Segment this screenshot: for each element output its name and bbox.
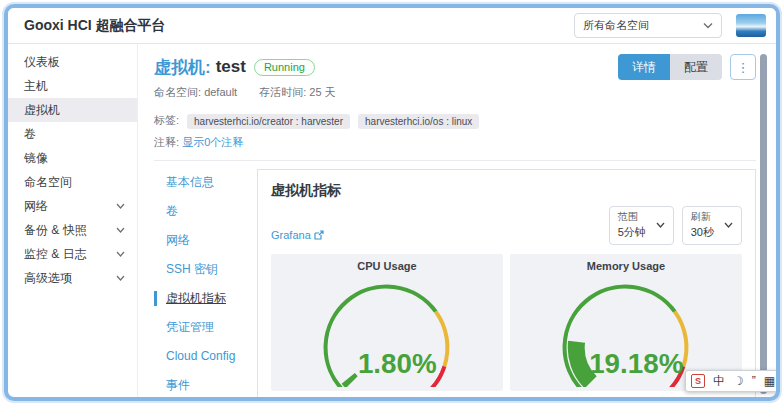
action-buttons: 详情 配置 ⋮ [618,54,756,80]
sidebar-item-label: 网络 [24,198,116,215]
vm-tabs: 基本信息卷网络SSH 密钥虚拟机指标凭证管理Cloud Config事件迁移 [154,169,247,401]
tab-Cloud Config[interactable]: Cloud Config [154,349,247,364]
namespace-filter-value: 所有命名空间 [583,18,703,33]
range-label: 范围 [618,210,646,224]
user-avatar[interactable] [736,14,766,37]
chevron-down-icon [656,222,665,228]
sidebar-item-label: 备份 & 快照 [24,222,116,239]
tab-虚拟机指标[interactable]: 虚拟机指标 [154,291,247,306]
tab-卷[interactable]: 卷 [154,204,247,219]
metrics-controls: Grafana 范围 5分钟 [271,206,742,245]
vm-meta-row: 命名空间: default 存活时间: 25 天 [154,85,756,100]
vm-name: test [216,57,246,77]
range-select[interactable]: 范围 5分钟 [609,206,674,245]
sidebar-item[interactable]: 监控 & 日志 [8,242,137,266]
sidebar-item[interactable]: 仪表板 [8,50,137,74]
sidebar-item[interactable]: 镜像 [8,146,137,170]
sidebar-item[interactable]: 主机 [8,74,137,98]
gauge-chart: 1.80% [279,274,494,387]
svg-text:1.80%: 1.80% [358,348,437,379]
sidebar-item-label: 高级选项 [24,270,116,287]
gauge-title: CPU Usage [275,259,499,274]
grafana-link[interactable]: Grafana [271,229,324,241]
refresh-select[interactable]: 刷新 30秒 [682,206,742,245]
sidebar-item-label: 命名空间 [24,174,125,191]
sidebar-item[interactable]: 命名空间 [8,170,137,194]
ime-logo-icon[interactable]: S [691,374,705,388]
metrics-panel: 虚拟机指标 Grafana 范围 5分钟 [257,169,756,401]
vertical-scrollbar[interactable] [760,54,767,394]
tab-事件[interactable]: 事件 [154,378,247,393]
sidebar-item[interactable]: 备份 & 快照 [8,218,137,242]
labels-row: 标签: harvesterhci.io/creator : harvesterh… [154,113,756,128]
chevron-down-icon [724,222,733,228]
sidebar-item-label: 监控 & 日志 [24,246,116,263]
sidebar-menu: 仪表板主机虚拟机卷镜像命名空间网络备份 & 快照监控 & 日志高级选项 [8,44,138,397]
app-title: Gooxi HCI 超融合平台 [24,17,574,35]
resource-type-label: 虚拟机: [154,56,211,79]
vm-detail-header: 虚拟机: test Running 详情 配置 ⋮ [154,54,756,80]
ime-keyboard-icon[interactable]: ▦ [764,374,775,388]
age-value: 25 天 [309,86,335,98]
age-label: 存活时间: [259,86,306,98]
label-pill: harvesterhci.io/os : linux [358,114,479,129]
sidebar-item-label: 主机 [24,78,125,95]
body-row: 仪表板主机虚拟机卷镜像命名空间网络备份 & 快照监控 & 日志高级选项 虚拟机:… [8,44,776,397]
label-pills: harvesterhci.io/creator : harvesterharve… [179,115,479,127]
sidebar-item-label: 卷 [24,126,125,143]
external-link-icon [314,230,324,240]
annotations-row: 注释: 显示0个注释 [154,135,756,150]
timeseries-panel: IO Traffic5 kB/s4 kB/s3 kB/s [271,398,423,401]
ime-punctuation-icon[interactable]: ” [752,374,756,388]
sidebar-item[interactable]: 网络 [8,194,137,218]
grafana-link-label: Grafana [271,229,311,241]
content-row: 基本信息卷网络SSH 密钥虚拟机指标凭证管理Cloud Config事件迁移 虚… [154,169,756,401]
chevron-down-icon [703,22,713,29]
chevron-down-icon [116,275,125,281]
sidebar-item-label: 虚拟机 [24,102,125,119]
svg-text:19.18%: 19.18% [590,348,684,379]
charts-grid: CPU Usage1.80%Memory Usage19.18%IO Traff… [271,254,742,401]
tab-SSH 密钥[interactable]: SSH 密钥 [154,262,247,277]
annotations-label: 注释: [154,136,179,148]
kebab-menu-icon: ⋮ [737,60,750,75]
sidebar-item-label: 仪表板 [24,54,125,71]
gauge-title: Memory Usage [514,259,738,274]
chevron-down-icon [116,227,125,233]
ime-language-mode[interactable]: 中 [713,374,725,388]
label-pill: harvesterhci.io/creator : harvester [187,114,350,129]
config-button[interactable]: 配置 [670,54,722,80]
labels-label: 标签: [154,113,179,128]
gauge-panel: CPU Usage1.80% [271,254,503,391]
timeseries-panel: IO Time2 ms1.50 ms1 ms [430,398,582,401]
more-actions-button[interactable]: ⋮ [730,54,756,80]
sidebar-item-label: 镜像 [24,150,125,167]
status-badge: Running [254,59,315,76]
namespace-label: 命名空间: [154,86,201,98]
divider [154,160,756,161]
tab-网络[interactable]: 网络 [154,233,247,248]
main-content: 虚拟机: test Running 详情 配置 ⋮ 命名空间: default … [138,44,776,397]
annotations-link[interactable]: 显示0个注释 [182,136,243,148]
range-value: 5分钟 [618,225,646,240]
chevron-down-icon [116,251,125,257]
tab-基本信息[interactable]: 基本信息 [154,175,247,190]
refresh-value: 30秒 [691,225,714,240]
metrics-title: 虚拟机指标 [271,182,742,200]
namespace-value: default [204,86,237,98]
details-button[interactable]: 详情 [618,54,670,80]
ime-toolbar: S 中 ☽ ” ▦ [685,370,780,392]
refresh-label: 刷新 [691,210,714,224]
app-header: Gooxi HCI 超融合平台 所有命名空间 [8,8,776,44]
namespace-filter-select[interactable]: 所有命名空间 [574,13,722,38]
sidebar-item[interactable]: 卷 [8,122,137,146]
tab-凭证管理[interactable]: 凭证管理 [154,320,247,335]
sidebar-item[interactable]: 高级选项 [8,266,137,290]
timeseries-panel: IOPS0.400 io/s0.300 io/s0.200 io/s [590,398,742,401]
app-window: Gooxi HCI 超融合平台 所有命名空间 仪表板主机虚拟机卷镜像命名空间网络… [4,4,780,401]
chevron-down-icon [116,203,125,209]
sidebar-item[interactable]: 虚拟机 [8,98,137,122]
ime-moon-icon[interactable]: ☽ [733,374,744,388]
